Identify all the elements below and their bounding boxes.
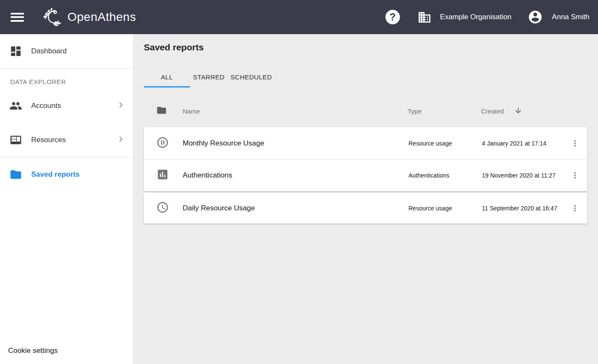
- sidebar-section-label: DATA EXPLORER: [0, 69, 134, 89]
- sidebar-item-label: Dashboard: [31, 47, 126, 55]
- report-type: Resource usage: [408, 205, 482, 212]
- arrow-down-icon: [504, 106, 522, 116]
- tab-scheduled[interactable]: SCHEDULED: [228, 68, 275, 87]
- dashboard-icon: [9, 45, 22, 58]
- report-name: Daily Resource Usage: [183, 204, 408, 213]
- row-menu-icon[interactable]: [566, 167, 583, 184]
- person-icon: [528, 9, 543, 25]
- report-row-authentications[interactable]: Authentications Authentications 19 Novem…: [144, 159, 587, 191]
- report-type: Resource usage: [408, 140, 482, 147]
- user-name: Anna Smith: [552, 13, 589, 21]
- organisation-name: Example Organisation: [440, 13, 511, 21]
- app-window: OpenAthens ? Example Organisation Anna S…: [0, 0, 598, 364]
- report-name: Authentications: [183, 171, 408, 180]
- report-list-card: Daily Resource Usage Resource usage 11 S…: [144, 193, 587, 224]
- column-header-created[interactable]: Created: [481, 106, 566, 116]
- sidebar-item-saved-reports[interactable]: Saved reports: [0, 157, 134, 192]
- people-icon: [9, 99, 22, 112]
- app-header: OpenAthens ? Example Organisation Anna S…: [0, 0, 598, 34]
- sidebar-item-resources[interactable]: Resources: [0, 123, 134, 157]
- report-row-daily-resource-usage[interactable]: Daily Resource Usage Resource usage 11 S…: [144, 193, 587, 224]
- main-content: Saved reports ALL STARRED SCHEDULED Name…: [134, 34, 598, 364]
- sidebar-item-dashboard[interactable]: Dashboard: [0, 34, 134, 68]
- bar-chart-icon: [156, 168, 183, 183]
- report-type: Authentications: [408, 172, 482, 179]
- sidebar-item-label: Accounts: [31, 102, 116, 110]
- folder-icon: [156, 105, 183, 117]
- column-header-type[interactable]: Type: [408, 108, 481, 115]
- sidebar-item-label: Resources: [31, 136, 116, 144]
- sidebar-item-label: Saved reports: [31, 170, 126, 179]
- folder-icon: [9, 168, 22, 181]
- report-created: 11 September 2020 at 16:47: [482, 205, 566, 212]
- chevron-right-icon: [116, 100, 126, 112]
- report-created: 4 January 2021 at 17:14: [482, 140, 566, 147]
- tab-bar: ALL STARRED SCHEDULED: [144, 68, 587, 87]
- report-list-card: Monthly Resource Usage Resource usage 4 …: [144, 127, 587, 191]
- pause-circle-icon: [156, 136, 183, 151]
- table-header: Name Type Created: [144, 100, 587, 122]
- sidebar: Dashboard DATA EXPLORER Accounts Resourc…: [0, 34, 134, 364]
- user-menu[interactable]: Anna Smith: [528, 9, 589, 25]
- organisation-selector[interactable]: Example Organisation: [417, 10, 511, 24]
- brand-logo[interactable]: OpenAthens: [40, 5, 136, 29]
- web-icon: [9, 134, 22, 146]
- page-title: Saved reports: [144, 42, 587, 52]
- column-header-name[interactable]: Name: [183, 108, 408, 115]
- openathens-owl-icon: [40, 5, 65, 29]
- report-row-monthly-resource-usage[interactable]: Monthly Resource Usage Resource usage 4 …: [144, 127, 587, 159]
- building-icon: [417, 10, 432, 24]
- sidebar-item-accounts[interactable]: Accounts: [0, 89, 134, 123]
- chevron-right-icon: [116, 134, 126, 146]
- menu-icon[interactable]: [11, 13, 24, 22]
- report-name: Monthly Resource Usage: [183, 139, 408, 148]
- report-created: 19 November 2020 at 11:27: [482, 172, 566, 179]
- clock-icon: [156, 201, 183, 215]
- row-menu-icon[interactable]: [566, 135, 583, 152]
- row-menu-icon[interactable]: [566, 200, 583, 217]
- cookie-settings-link[interactable]: Cookie settings: [8, 347, 58, 355]
- tab-all[interactable]: ALL: [144, 68, 190, 87]
- tab-starred[interactable]: STARRED: [190, 68, 228, 87]
- help-icon[interactable]: ?: [385, 10, 400, 24]
- brand-name: OpenAthens: [67, 10, 136, 24]
